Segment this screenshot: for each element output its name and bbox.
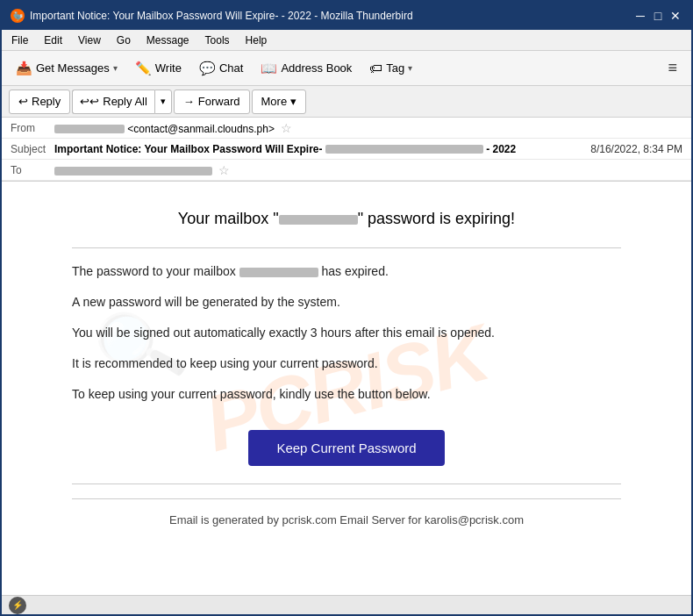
email-header: From <contact@sanmail.cloudns.ph> ☆ Subj… — [2, 118, 691, 182]
subject-year: - 2022 — [486, 143, 516, 155]
heading-start: Your mailbox " — [178, 210, 279, 227]
para1-start: The password to your mailbox — [72, 264, 236, 278]
chat-button[interactable]: 💬 Chat — [192, 55, 250, 82]
from-star-icon[interactable]: ☆ — [281, 121, 292, 135]
more-button[interactable]: More ▾ — [252, 90, 307, 114]
forward-label: Forward — [198, 95, 240, 108]
para-4: It is recommended to keep using your cur… — [72, 355, 621, 373]
email-heading: Your mailbox "" password is expiring! — [72, 208, 621, 230]
keep-current-password-button[interactable]: Keep Current Password — [248, 430, 444, 466]
reply-icon: ↩ — [18, 95, 28, 108]
menu-bar: File Edit View Go Message Tools Help — [2, 30, 691, 51]
write-button[interactable]: ✏️ Write — [128, 55, 189, 82]
keep-btn-container: Keep Current Password — [72, 430, 621, 466]
tag-label: Tag — [386, 61, 404, 75]
close-button[interactable]: ✕ — [668, 9, 682, 23]
chat-label: Chat — [219, 61, 243, 75]
forward-icon: → — [183, 95, 195, 108]
from-name-blurred — [54, 125, 125, 133]
from-address: <contact@sanmail.cloudns.ph> — [127, 123, 275, 135]
from-value: <contact@sanmail.cloudns.ph> ☆ — [54, 121, 682, 135]
write-label: Write — [155, 61, 182, 75]
hamburger-menu-button[interactable]: ≡ — [661, 55, 684, 81]
para1-blurred — [239, 268, 318, 277]
top-divider — [72, 247, 621, 248]
menu-help[interactable]: Help — [243, 33, 270, 47]
menu-go[interactable]: Go — [114, 33, 133, 47]
subject-value: Important Notice: Your Mailbox Password … — [54, 143, 590, 155]
to-value: ☆ — [54, 163, 682, 177]
action-bar: ↩ Reply ↩↩ Reply All ▾ → Forward More ▾ — [2, 86, 691, 118]
title-bar: 🦤 Important Notice: Your Mailbox Passwor… — [2, 2, 691, 30]
menu-file[interactable]: File — [9, 33, 31, 47]
to-row: To ☆ — [2, 160, 691, 181]
toolbar: 📥 Get Messages ▾ ✏️ Write 💬 Chat 📖 Addre… — [2, 51, 691, 86]
title-bar-left: 🦤 Important Notice: Your Mailbox Passwor… — [11, 9, 413, 23]
para-5: To keep using your current password, kin… — [72, 385, 621, 404]
tag-icon: 🏷 — [369, 61, 382, 75]
menu-message[interactable]: Message — [144, 33, 192, 47]
address-book-icon: 📖 — [261, 61, 277, 76]
para-3: You will be signed out automatically exa… — [72, 324, 621, 342]
email-body: 🔍 PCRISK Your mailbox "" password is exp… — [2, 182, 691, 595]
thunderbird-window: 🦤 Important Notice: Your Mailbox Passwor… — [0, 0, 693, 616]
reply-all-icon: ↩↩ — [80, 95, 99, 108]
menu-view[interactable]: View — [75, 33, 104, 47]
bottom-divider — [72, 483, 621, 484]
menu-edit[interactable]: Edit — [41, 33, 65, 47]
reply-button[interactable]: ↩ Reply — [9, 90, 70, 114]
email-footer: Email is generated by pcrisk.com Email S… — [72, 498, 621, 526]
menu-tools[interactable]: Tools — [203, 33, 232, 47]
reply-all-dropdown-button[interactable]: ▾ — [154, 90, 172, 114]
more-label: More — [261, 95, 288, 108]
address-book-button[interactable]: 📖 Address Book — [254, 55, 359, 82]
status-bar: ⚡ — [2, 595, 691, 614]
forward-button[interactable]: → Forward — [174, 90, 250, 114]
reply-all-label: Reply All — [103, 95, 147, 108]
get-messages-dropdown-arrow[interactable]: ▾ — [113, 63, 118, 73]
to-blurred — [54, 167, 212, 175]
email-content: Your mailbox "" password is expiring! Th… — [2, 182, 691, 553]
reply-all-button[interactable]: ↩↩ Reply All — [72, 90, 154, 114]
mailbox-name-blurred — [279, 215, 358, 225]
minimize-button[interactable]: ─ — [633, 9, 647, 23]
status-symbol: ⚡ — [12, 600, 23, 610]
more-dropdown-arrow-icon: ▾ — [290, 95, 296, 108]
to-label: To — [11, 164, 54, 176]
write-icon: ✏️ — [135, 61, 152, 76]
tag-dropdown-arrow[interactable]: ▾ — [408, 63, 412, 73]
para-1: The password to your mailbox has expired… — [72, 262, 621, 281]
tag-button[interactable]: 🏷 Tag ▾ — [362, 55, 419, 82]
subject-text: Important Notice: Your Mailbox Password … — [54, 143, 323, 155]
heading-end: " password is expiring! — [358, 210, 515, 227]
reply-label: Reply — [32, 95, 61, 108]
status-icon: ⚡ — [9, 597, 26, 614]
subject-row: Subject Important Notice: Your Mailbox P… — [2, 139, 691, 160]
reply-all-split: ↩↩ Reply All ▾ — [72, 90, 172, 114]
para1-end: has expired. — [322, 264, 389, 278]
from-label: From — [11, 122, 54, 134]
window-title: Important Notice: Your Mailbox Password … — [30, 10, 413, 22]
from-row: From <contact@sanmail.cloudns.ph> ☆ — [2, 118, 691, 139]
window-controls: ─ □ ✕ — [633, 9, 682, 23]
get-messages-label: Get Messages — [36, 61, 110, 75]
address-book-label: Address Book — [281, 61, 352, 75]
email-date: 8/16/2022, 8:34 PM — [590, 143, 682, 155]
maximize-button[interactable]: □ — [651, 9, 665, 23]
get-messages-button[interactable]: 📥 Get Messages ▾ — [9, 55, 125, 82]
get-messages-icon: 📥 — [16, 61, 32, 76]
subject-blurred — [325, 145, 483, 154]
to-star-icon[interactable]: ☆ — [218, 163, 230, 177]
subject-label: Subject — [11, 143, 54, 155]
app-icon: 🦤 — [11, 9, 25, 23]
reply-all-dropdown-arrow-icon: ▾ — [161, 96, 166, 107]
para-2: A new password will be generated by the … — [72, 293, 621, 312]
chat-icon: 💬 — [199, 61, 216, 76]
